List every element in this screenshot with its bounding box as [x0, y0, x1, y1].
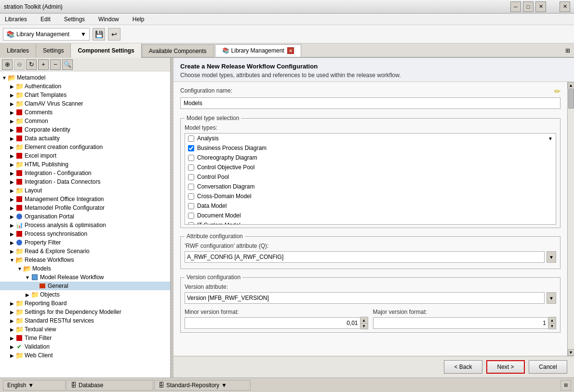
scroll-up-arrow[interactable]: ▲	[568, 82, 574, 89]
tree-item-html-publishing[interactable]: ▶ 📁 HTML Publishing	[0, 160, 170, 169]
checkbox-data-model[interactable]	[188, 203, 194, 209]
menu-libraries[interactable]: Libraries	[2, 15, 30, 24]
tree-toggle-read-explore[interactable]: ▶	[9, 248, 15, 255]
tree-item-release-workflows[interactable]: ▼ 📂 Release Workflows	[0, 256, 170, 264]
model-type-choreography[interactable]: Choreography Diagram	[185, 153, 556, 162]
tree-item-corporate[interactable]: ▶ Corporate identity	[0, 125, 170, 134]
model-type-cross-domain[interactable]: Cross-Domain Model	[185, 191, 556, 201]
tab-library-management[interactable]: 📚 Library Management ✕	[215, 44, 301, 57]
panel-scrollbar[interactable]: ▲ ▼	[567, 82, 574, 356]
tree-toggle-element-creation[interactable]: ▶	[9, 144, 15, 150]
close-button-2[interactable]: ✕	[560, 1, 570, 12]
major-spin-up[interactable]: ▲	[548, 317, 556, 323]
tree-toggle-org-portal[interactable]: ▶	[9, 213, 15, 220]
minor-spin-down[interactable]: ▼	[360, 323, 368, 329]
tree-toggle-process-analysis[interactable]: ▶	[9, 222, 15, 229]
checkbox-control-pool[interactable]	[188, 174, 194, 180]
tree-add-btn[interactable]: +	[38, 59, 49, 70]
tree-toggle-validation[interactable]: ▶	[9, 343, 15, 350]
tree-item-element-creation[interactable]: ▶ 📁 Element creation configuration	[0, 143, 170, 151]
tree-toggle-comments[interactable]: ▶	[9, 109, 15, 116]
tab-corner-button[interactable]: ⊞	[563, 46, 572, 55]
tree-item-org-portal[interactable]: ▶ Organisation Portal	[0, 212, 170, 221]
major-spin-down[interactable]: ▼	[548, 323, 556, 329]
tree-toggle-metamodel[interactable]: ▼	[1, 74, 8, 81]
tree-toggle-clamav[interactable]: ▶	[9, 100, 15, 107]
tree-item-data-actuality[interactable]: ▶ Data actuality	[0, 134, 170, 143]
tree-item-process-sync[interactable]: ▶ Process synchronisation	[0, 230, 170, 238]
tree-item-read-explore[interactable]: ▶ 📁 Read & Explore Scenario	[0, 247, 170, 256]
tree-toggle-reporting[interactable]: ▶	[9, 300, 15, 307]
tree-toggle-time[interactable]: ▶	[9, 335, 15, 341]
model-type-document[interactable]: Document Model	[185, 211, 556, 220]
checkbox-document[interactable]	[188, 213, 194, 219]
tree-toggle-property-filter[interactable]: ▶	[9, 239, 15, 246]
tree-item-general[interactable]: ▶ General	[0, 282, 170, 290]
tab-libraries[interactable]: Libraries	[0, 43, 36, 58]
tab-settings[interactable]: Settings	[36, 43, 71, 58]
rwf-attr-arrow[interactable]: ▼	[547, 251, 556, 263]
tree-item-management-office[interactable]: ▶ Management Office Integration	[0, 195, 170, 203]
tree-toggle-restful[interactable]: ▶	[9, 317, 15, 324]
close-button[interactable]: ✕	[535, 1, 546, 12]
next-button[interactable]: Next >	[486, 360, 525, 374]
tree-toggle-web[interactable]: ▶	[9, 352, 15, 359]
toolbar-undo-btn[interactable]: ↩	[108, 28, 120, 41]
menu-help[interactable]: Help	[130, 15, 147, 24]
tree-collapse-btn[interactable]: ⊖	[14, 59, 25, 70]
tree-item-metamodel-profile[interactable]: ▶ Metamodel Profile Configurator	[0, 203, 170, 212]
tree-item-textual[interactable]: ▶ 📁 Textual view	[0, 325, 170, 334]
back-button[interactable]: < Back	[444, 360, 482, 374]
rwf-attr-select[interactable]: A_RWF_CONFIG [A_RWF_CONFIG]	[185, 251, 545, 263]
tree-toggle-mgmt-office[interactable]: ▶	[9, 196, 15, 203]
tree-search-btn[interactable]: 🔍	[62, 59, 73, 70]
edit-icon[interactable]: ✏	[554, 87, 561, 96]
tree-item-clamav[interactable]: ▶ 📁 ClamAV Virus Scanner	[0, 99, 170, 108]
tree-item-process-analysis[interactable]: ▶ 📊 Process analysis & optimisation	[0, 221, 170, 230]
tree-item-comments[interactable]: ▶ Comments	[0, 108, 170, 117]
tree-remove-btn[interactable]: −	[50, 59, 61, 70]
tree-toggle-release-workflows[interactable]: ▼	[9, 257, 15, 263]
tree-item-integration-data[interactable]: ▶ Integration - Data Connectors	[0, 177, 170, 186]
tab-available-components[interactable]: Available Components	[142, 44, 214, 57]
model-type-analysis[interactable]: Analysis ▼	[185, 134, 556, 143]
status-repository[interactable]: 🗄 Standard-Repository ▼	[154, 380, 251, 391]
checkbox-conversation[interactable]	[188, 184, 194, 190]
tree-item-excel-import[interactable]: ▶ Excel import	[0, 151, 170, 160]
tree-item-property-filter[interactable]: ▶ Property Filter	[0, 238, 170, 247]
tree-toggle-data-actuality[interactable]: ▶	[9, 135, 15, 142]
checkbox-choreography[interactable]	[188, 155, 194, 161]
tree-toggle-integration-config[interactable]: ▶	[9, 170, 15, 176]
tree-item-time-filter[interactable]: ▶ Time Filter	[0, 334, 170, 342]
tree-toggle-metamodel-profile[interactable]: ▶	[9, 204, 15, 211]
tree-toggle-textual[interactable]: ▶	[9, 326, 15, 333]
tree-item-integration-config[interactable]: ▶ Integration - Configuration	[0, 169, 170, 177]
menu-window[interactable]: Window	[95, 15, 122, 24]
tree-item-restful[interactable]: ▶ 📁 Standard RESTful services	[0, 316, 170, 325]
major-format-input[interactable]	[373, 317, 549, 329]
tree-item-models[interactable]: ▼ 📂 Models	[0, 264, 170, 273]
tree-toggle-integration-data[interactable]: ▶	[9, 178, 15, 185]
tree-item-chart-templates[interactable]: ▶ 📁 Chart Templates	[0, 91, 170, 99]
model-type-data-model[interactable]: Data Model	[185, 201, 556, 211]
tree-toggle-dependency[interactable]: ▶	[9, 309, 15, 315]
maximize-button[interactable]: □	[523, 1, 534, 12]
dropdown-arrow-analysis[interactable]: ▼	[548, 136, 553, 141]
minimize-button[interactable]: ─	[510, 1, 521, 12]
tree-item-metamodel[interactable]: ▼ 📂 Metamodel	[0, 73, 170, 82]
version-attr-select[interactable]: Version [MFB_RWF_VERSION]	[185, 292, 545, 304]
model-type-control-obj[interactable]: Control Objective Pool	[185, 162, 556, 172]
tree-item-layout[interactable]: ▶ 📁 Layout	[0, 186, 170, 195]
menu-edit[interactable]: Edit	[38, 15, 53, 24]
checkbox-cross-domain[interactable]	[188, 193, 194, 200]
tree-toggle-models[interactable]: ▼	[16, 265, 23, 272]
tree-toggle-process-sync[interactable]: ▶	[9, 230, 15, 237]
status-grid-icon[interactable]: ⊞	[561, 380, 571, 391]
status-database[interactable]: 🗄 Database	[67, 380, 153, 391]
tree-toggle-chart[interactable]: ▶	[9, 92, 15, 98]
tree-toggle-model-release[interactable]: ▼	[24, 274, 31, 281]
config-name-input[interactable]	[180, 97, 561, 109]
tree-item-common[interactable]: ▶ 📁 Common	[0, 117, 170, 125]
model-type-it-system[interactable]: IT System Model	[185, 220, 556, 225]
tree-toggle-objects[interactable]: ▶	[24, 291, 31, 298]
